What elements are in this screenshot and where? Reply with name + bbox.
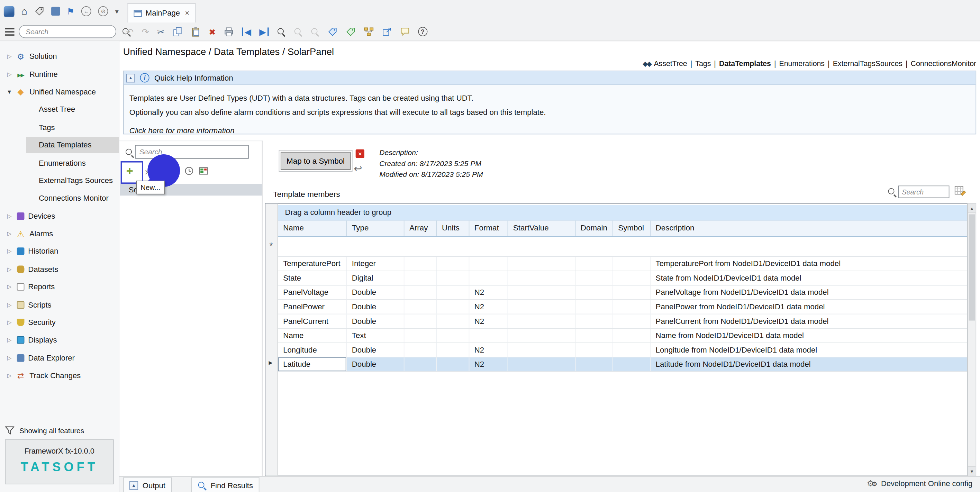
table-row[interactable]: PanelVoltageDoubleN2PanelVoltage from No… bbox=[278, 285, 967, 300]
cell-startvalue[interactable] bbox=[508, 357, 576, 371]
zoom-out-icon[interactable] bbox=[293, 27, 302, 36]
column-header-symbol[interactable]: Symbol bbox=[613, 221, 651, 236]
cell-units[interactable] bbox=[437, 285, 469, 299]
sidebar-item-asset-tree[interactable]: Asset Tree bbox=[0, 101, 119, 118]
sidebar-item-scripts[interactable]: Scripts bbox=[0, 296, 119, 314]
revert-icon[interactable] bbox=[354, 162, 362, 174]
nav-link-enumerations[interactable]: Enumerations bbox=[779, 59, 825, 68]
open-external-icon[interactable] bbox=[382, 27, 392, 37]
column-header-name[interactable]: Name bbox=[278, 221, 347, 236]
cell-description[interactable]: PanelVoltage from NodeID1/DeviceID1 data… bbox=[651, 285, 967, 299]
expander-icon[interactable] bbox=[5, 71, 13, 77]
sidebar-item-tags[interactable]: Tags bbox=[0, 118, 119, 136]
sidebar-item-reports[interactable]: Reports bbox=[0, 278, 119, 296]
cell-description[interactable]: Longitude from NodeID1/DeviceID1 data mo… bbox=[651, 343, 967, 357]
cell-units[interactable] bbox=[437, 343, 469, 357]
members-search-input[interactable] bbox=[898, 185, 949, 198]
remove-symbol-icon[interactable] bbox=[356, 150, 364, 158]
column-chooser-icon[interactable] bbox=[955, 185, 966, 197]
hamburger-menu-icon[interactable] bbox=[5, 28, 14, 36]
column-header-array[interactable]: Array bbox=[404, 221, 437, 236]
cell-startvalue[interactable] bbox=[508, 314, 576, 328]
undo-icon[interactable] bbox=[126, 27, 134, 36]
tag-icon[interactable] bbox=[34, 6, 44, 16]
cell-description[interactable]: PanelPower from NodeID1/DeviceID1 data m… bbox=[651, 300, 967, 314]
column-header-format[interactable]: Format bbox=[469, 221, 508, 236]
home-icon[interactable] bbox=[21, 6, 27, 16]
cell-format[interactable]: N2 bbox=[469, 300, 508, 314]
sidebar-search[interactable] bbox=[19, 25, 116, 38]
cell-type[interactable]: Double bbox=[347, 343, 404, 357]
help-icon[interactable] bbox=[418, 27, 427, 36]
connection-status[interactable]: Development Online config bbox=[867, 479, 972, 488]
cell-symbol[interactable] bbox=[613, 343, 651, 357]
sidebar-item-historian[interactable]: Historian bbox=[0, 242, 119, 260]
redo-icon[interactable] bbox=[142, 27, 149, 36]
cell-domain[interactable] bbox=[576, 257, 613, 271]
scrollbar-thumb[interactable] bbox=[969, 214, 975, 320]
column-header-type[interactable]: Type bbox=[347, 221, 404, 236]
nav-link-tags[interactable]: Tags bbox=[695, 59, 711, 68]
cell-name[interactable]: Longitude bbox=[278, 343, 347, 357]
cell-format[interactable] bbox=[469, 257, 508, 271]
expander-icon[interactable] bbox=[5, 266, 13, 272]
sidebar-item-solution[interactable]: Solution bbox=[0, 48, 119, 65]
stop-circle-icon[interactable]: ⊘ bbox=[98, 6, 108, 16]
cell-array[interactable] bbox=[404, 329, 437, 342]
sidebar-item-unified-namespace[interactable]: Unified Namespace bbox=[0, 83, 119, 101]
cell-type[interactable]: Text bbox=[347, 329, 404, 342]
scroll-down-icon[interactable]: ▼ bbox=[968, 466, 976, 475]
deploy-icon[interactable] bbox=[51, 7, 60, 16]
expander-icon[interactable] bbox=[5, 355, 13, 361]
cell-units[interactable] bbox=[437, 329, 469, 342]
cell-startvalue[interactable] bbox=[508, 271, 576, 285]
cell-symbol[interactable] bbox=[613, 300, 651, 314]
cell-name[interactable]: PanelPower bbox=[278, 300, 347, 314]
cell-array[interactable] bbox=[404, 271, 437, 285]
cell-description[interactable]: PanelCurrent from NodeID1/DeviceID1 data… bbox=[651, 314, 967, 328]
collapse-icon[interactable] bbox=[126, 73, 135, 82]
table-row[interactable]: PanelCurrentDoubleN2PanelCurrent from No… bbox=[278, 314, 967, 329]
tab-mainpage[interactable]: MainPage × bbox=[127, 3, 196, 22]
import-table-icon[interactable] bbox=[199, 166, 208, 175]
nav-link-assettree[interactable]: AssetTree bbox=[654, 59, 687, 68]
sidebar-item-externaltags-sources[interactable]: ExternalTags Sources bbox=[0, 172, 119, 189]
column-header-domain[interactable]: Domain bbox=[576, 221, 613, 236]
table-scrollbar[interactable]: ▲ ▼ bbox=[967, 203, 976, 476]
cell-type[interactable]: Digital bbox=[347, 271, 404, 285]
cell-format[interactable]: N2 bbox=[469, 343, 508, 357]
cell-type[interactable]: Double bbox=[347, 314, 404, 328]
cell-domain[interactable] bbox=[576, 329, 613, 342]
cell-description[interactable]: Name from NodeID1/DeviceID1 data model bbox=[651, 329, 967, 342]
cell-type[interactable]: Double bbox=[347, 285, 404, 299]
delete-icon[interactable] bbox=[209, 27, 216, 36]
history-icon[interactable] bbox=[185, 166, 194, 175]
cell-symbol[interactable] bbox=[613, 271, 651, 285]
export-file-icon[interactable] bbox=[259, 27, 269, 36]
cell-domain[interactable] bbox=[576, 357, 613, 371]
sidebar-item-enumerations[interactable]: Enumerations bbox=[0, 154, 119, 172]
paste-icon[interactable] bbox=[191, 27, 201, 37]
sidebar-item-data-explorer[interactable]: Data Explorer bbox=[0, 349, 119, 367]
expander-icon[interactable] bbox=[5, 373, 13, 379]
cell-format[interactable] bbox=[469, 271, 508, 285]
cell-description[interactable]: State from NodeID1/DeviceID1 data model bbox=[651, 271, 967, 285]
comment-icon[interactable] bbox=[400, 27, 410, 37]
cell-array[interactable] bbox=[404, 314, 437, 328]
table-row[interactable]: TemperaturePortIntegerTemperaturePort fr… bbox=[278, 257, 967, 271]
cell-name[interactable]: PanelCurrent bbox=[278, 314, 347, 328]
cell-units[interactable] bbox=[437, 257, 469, 271]
nav-link-datatemplates[interactable]: DataTemplates bbox=[719, 59, 771, 68]
table-row[interactable]: NameTextName from NodeID1/DeviceID1 data… bbox=[278, 329, 967, 343]
scroll-up-icon[interactable]: ▲ bbox=[968, 204, 976, 213]
table-row[interactable]: StateDigitalState from NodeID1/DeviceID1… bbox=[278, 271, 967, 286]
templates-search-input[interactable] bbox=[135, 145, 249, 159]
map-to-symbol-button[interactable]: Map to a Symbol bbox=[281, 152, 350, 170]
cell-domain[interactable] bbox=[576, 271, 613, 285]
tab-close-icon[interactable]: × bbox=[185, 9, 189, 17]
dropdown-caret-icon[interactable] bbox=[115, 8, 119, 15]
cell-symbol[interactable] bbox=[613, 329, 651, 342]
cell-domain[interactable] bbox=[576, 343, 613, 357]
add-template-icon[interactable] bbox=[126, 164, 133, 178]
column-header-description[interactable]: Description bbox=[651, 221, 967, 236]
